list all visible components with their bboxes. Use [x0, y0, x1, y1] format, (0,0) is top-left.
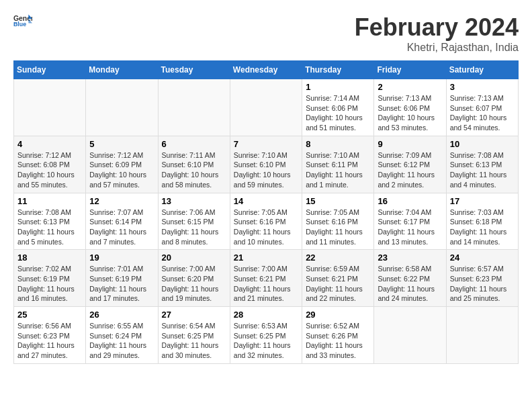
day-number: 26 [89, 310, 154, 320]
day-number: 23 [378, 253, 442, 263]
calendar-week-1: 1 Sunrise: 7:14 AMSunset: 6:06 PMDayligh… [14, 79, 519, 136]
day-number: 17 [450, 196, 515, 206]
calendar-cell: 24 Sunrise: 6:57 AMSunset: 6:23 PMDaylig… [446, 250, 518, 307]
calendar-cell: 28 Sunrise: 6:53 AMSunset: 6:25 PMDaylig… [230, 307, 302, 364]
day-info: Sunrise: 6:52 AMSunset: 6:26 PMDaylight:… [306, 321, 370, 361]
calendar-cell: 3 Sunrise: 7:13 AMSunset: 6:07 PMDayligh… [446, 79, 518, 136]
day-number: 21 [234, 253, 298, 263]
generalblue-logo-icon: General Blue [13, 13, 32, 27]
calendar-cell: 19 Sunrise: 7:01 AMSunset: 6:19 PMDaylig… [86, 250, 158, 307]
calendar-cell [86, 79, 158, 136]
day-info: Sunrise: 7:14 AMSunset: 6:06 PMDaylight:… [306, 93, 370, 133]
day-info: Sunrise: 7:10 AMSunset: 6:11 PMDaylight:… [306, 150, 370, 190]
weekday-header-row: SundayMondayTuesdayWednesdayThursdayFrid… [14, 61, 519, 79]
weekday-header-tuesday: Tuesday [158, 61, 230, 79]
day-number: 16 [378, 196, 442, 206]
calendar-week-4: 18 Sunrise: 7:02 AMSunset: 6:19 PMDaylig… [14, 250, 519, 307]
day-info: Sunrise: 7:02 AMSunset: 6:19 PMDaylight:… [17, 264, 82, 304]
weekday-header-thursday: Thursday [302, 61, 374, 79]
calendar-cell: 5 Sunrise: 7:12 AMSunset: 6:09 PMDayligh… [86, 136, 158, 193]
day-number: 27 [162, 310, 226, 320]
calendar-cell [230, 79, 302, 136]
calendar-cell: 8 Sunrise: 7:10 AMSunset: 6:11 PMDayligh… [302, 136, 374, 193]
subtitle: Khetri, Rajasthan, India [355, 42, 519, 54]
day-number: 22 [306, 253, 370, 263]
day-info: Sunrise: 7:07 AMSunset: 6:14 PMDaylight:… [89, 208, 154, 247]
main-title: February 2024 [355, 13, 519, 42]
day-info: Sunrise: 7:04 AMSunset: 6:17 PMDaylight:… [378, 208, 442, 247]
calendar-cell [446, 307, 518, 364]
day-info: Sunrise: 6:55 AMSunset: 6:24 PMDaylight:… [89, 321, 154, 361]
day-info: Sunrise: 7:13 AMSunset: 6:07 PMDaylight:… [450, 93, 515, 133]
calendar-cell: 21 Sunrise: 7:00 AMSunset: 6:21 PMDaylig… [230, 250, 302, 307]
day-number: 15 [306, 196, 370, 206]
calendar-cell [158, 79, 230, 136]
day-number: 7 [234, 139, 298, 149]
calendar-cell: 18 Sunrise: 7:02 AMSunset: 6:19 PMDaylig… [14, 250, 86, 307]
calendar-cell: 15 Sunrise: 7:05 AMSunset: 6:16 PMDaylig… [302, 193, 374, 250]
day-number: 24 [450, 253, 515, 263]
calendar-cell: 7 Sunrise: 7:10 AMSunset: 6:10 PMDayligh… [230, 136, 302, 193]
calendar-week-3: 11 Sunrise: 7:08 AMSunset: 6:13 PMDaylig… [14, 193, 519, 250]
day-info: Sunrise: 7:08 AMSunset: 6:13 PMDaylight:… [17, 208, 82, 247]
day-info: Sunrise: 7:10 AMSunset: 6:10 PMDaylight:… [234, 150, 298, 190]
day-number: 14 [234, 196, 298, 206]
day-number: 18 [17, 253, 82, 263]
calendar-cell: 1 Sunrise: 7:14 AMSunset: 6:06 PMDayligh… [302, 79, 374, 136]
calendar-table: SundayMondayTuesdayWednesdayThursdayFrid… [13, 60, 519, 364]
calendar-cell: 2 Sunrise: 7:13 AMSunset: 6:06 PMDayligh… [374, 79, 446, 136]
day-info: Sunrise: 7:09 AMSunset: 6:12 PMDaylight:… [378, 150, 442, 190]
weekday-header-sunday: Sunday [14, 61, 86, 79]
calendar-cell: 13 Sunrise: 7:06 AMSunset: 6:15 PMDaylig… [158, 193, 230, 250]
day-info: Sunrise: 7:00 AMSunset: 6:20 PMDaylight:… [162, 264, 226, 304]
calendar-cell: 12 Sunrise: 7:07 AMSunset: 6:14 PMDaylig… [86, 193, 158, 250]
day-info: Sunrise: 7:11 AMSunset: 6:10 PMDaylight:… [162, 150, 226, 190]
day-info: Sunrise: 6:54 AMSunset: 6:25 PMDaylight:… [162, 321, 226, 361]
day-number: 1 [306, 82, 370, 92]
calendar-cell: 20 Sunrise: 7:00 AMSunset: 6:20 PMDaylig… [158, 250, 230, 307]
day-number: 3 [450, 82, 515, 92]
day-number: 2 [378, 82, 442, 92]
logo: General Blue [13, 13, 32, 27]
calendar-cell: 14 Sunrise: 7:05 AMSunset: 6:16 PMDaylig… [230, 193, 302, 250]
day-info: Sunrise: 6:58 AMSunset: 6:22 PMDaylight:… [378, 264, 442, 304]
calendar-cell: 11 Sunrise: 7:08 AMSunset: 6:13 PMDaylig… [14, 193, 86, 250]
day-info: Sunrise: 7:00 AMSunset: 6:21 PMDaylight:… [234, 264, 298, 304]
calendar-header: SundayMondayTuesdayWednesdayThursdayFrid… [14, 61, 519, 79]
calendar-cell: 27 Sunrise: 6:54 AMSunset: 6:25 PMDaylig… [158, 307, 230, 364]
calendar-cell: 10 Sunrise: 7:08 AMSunset: 6:13 PMDaylig… [446, 136, 518, 193]
weekday-header-monday: Monday [86, 61, 158, 79]
day-number: 25 [17, 310, 82, 320]
svg-text:Blue: Blue [13, 21, 26, 27]
day-number: 29 [306, 310, 370, 320]
day-info: Sunrise: 7:01 AMSunset: 6:19 PMDaylight:… [89, 264, 154, 304]
calendar-cell: 9 Sunrise: 7:09 AMSunset: 6:12 PMDayligh… [374, 136, 446, 193]
day-info: Sunrise: 6:57 AMSunset: 6:23 PMDaylight:… [450, 264, 515, 304]
calendar-body: 1 Sunrise: 7:14 AMSunset: 6:06 PMDayligh… [14, 79, 519, 364]
weekday-header-saturday: Saturday [446, 61, 518, 79]
calendar-week-5: 25 Sunrise: 6:56 AMSunset: 6:23 PMDaylig… [14, 307, 519, 364]
calendar-cell: 25 Sunrise: 6:56 AMSunset: 6:23 PMDaylig… [14, 307, 86, 364]
calendar-cell: 17 Sunrise: 7:03 AMSunset: 6:18 PMDaylig… [446, 193, 518, 250]
day-info: Sunrise: 7:12 AMSunset: 6:08 PMDaylight:… [17, 150, 82, 190]
day-number: 4 [17, 139, 82, 149]
day-number: 9 [378, 139, 442, 149]
day-info: Sunrise: 6:53 AMSunset: 6:25 PMDaylight:… [234, 321, 298, 361]
day-number: 20 [162, 253, 226, 263]
day-number: 28 [234, 310, 298, 320]
day-number: 5 [89, 139, 154, 149]
day-number: 10 [450, 139, 515, 149]
day-info: Sunrise: 7:05 AMSunset: 6:16 PMDaylight:… [306, 208, 370, 247]
calendar-cell [14, 79, 86, 136]
day-number: 6 [162, 139, 226, 149]
day-info: Sunrise: 7:06 AMSunset: 6:15 PMDaylight:… [162, 208, 226, 247]
title-area: February 2024 Khetri, Rajasthan, India [355, 13, 519, 54]
day-number: 11 [17, 196, 82, 206]
day-number: 8 [306, 139, 370, 149]
calendar-cell: 4 Sunrise: 7:12 AMSunset: 6:08 PMDayligh… [14, 136, 86, 193]
calendar-cell: 29 Sunrise: 6:52 AMSunset: 6:26 PMDaylig… [302, 307, 374, 364]
day-info: Sunrise: 7:08 AMSunset: 6:13 PMDaylight:… [450, 150, 515, 190]
calendar-cell: 6 Sunrise: 7:11 AMSunset: 6:10 PMDayligh… [158, 136, 230, 193]
calendar-cell: 23 Sunrise: 6:58 AMSunset: 6:22 PMDaylig… [374, 250, 446, 307]
day-number: 13 [162, 196, 226, 206]
